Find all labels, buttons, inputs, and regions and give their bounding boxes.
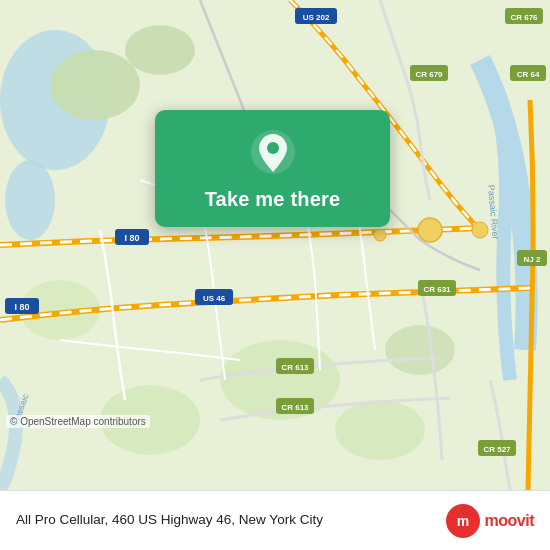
svg-point-11 (472, 222, 488, 238)
svg-text:CR 613: CR 613 (281, 403, 309, 412)
map-container: I 80 I 80 US 46 US 202 CR 679 CR 613 CR … (0, 0, 550, 490)
svg-text:I 80: I 80 (124, 233, 139, 243)
svg-point-40 (267, 142, 279, 154)
svg-point-4 (125, 25, 195, 75)
svg-text:CR 527: CR 527 (483, 445, 511, 454)
location-pin-icon (249, 128, 297, 176)
svg-text:CR 679: CR 679 (415, 70, 443, 79)
svg-point-9 (385, 325, 455, 375)
moovit-logo: m moovit (445, 503, 534, 539)
svg-point-12 (374, 229, 386, 241)
svg-text:CR 613: CR 613 (281, 363, 309, 372)
svg-text:NJ 2: NJ 2 (524, 255, 541, 264)
moovit-icon: m (445, 503, 481, 539)
take-me-there-label: Take me there (205, 188, 341, 211)
svg-text:CR 64: CR 64 (517, 70, 540, 79)
moovit-text: moovit (485, 512, 534, 530)
svg-text:US 202: US 202 (303, 13, 330, 22)
navigate-button[interactable]: Take me there (155, 110, 390, 227)
svg-text:US 46: US 46 (203, 294, 226, 303)
svg-text:I 80: I 80 (14, 302, 29, 312)
svg-point-3 (50, 50, 140, 120)
svg-point-7 (335, 400, 425, 460)
svg-text:m: m (456, 513, 468, 529)
svg-point-2 (5, 160, 55, 240)
location-text: All Pro Cellular, 460 US Highway 46, New… (16, 511, 445, 530)
bottom-bar: All Pro Cellular, 460 US Highway 46, New… (0, 490, 550, 550)
map-attribution: © OpenStreetMap contributors (6, 415, 150, 428)
svg-text:CR 631: CR 631 (423, 285, 451, 294)
svg-point-10 (418, 218, 442, 242)
svg-text:CR 676: CR 676 (510, 13, 538, 22)
